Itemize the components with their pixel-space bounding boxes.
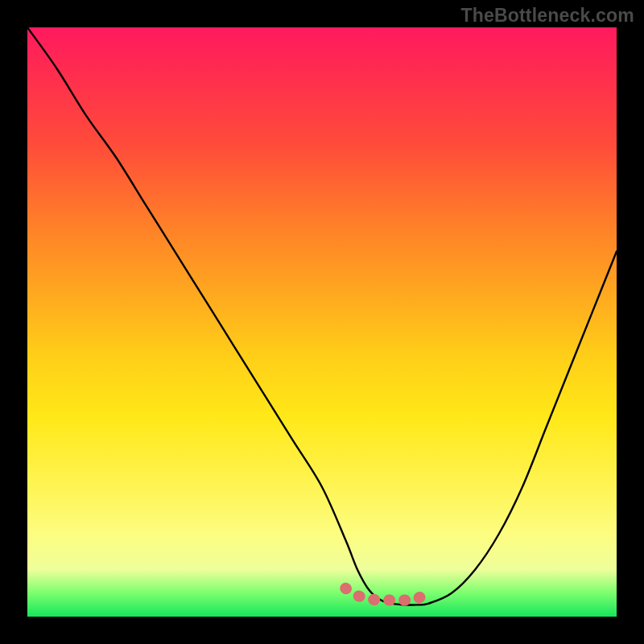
plot-area bbox=[27, 27, 617, 617]
curve-layer bbox=[27, 27, 617, 617]
highlight-band bbox=[345, 588, 427, 601]
watermark-text: TheBottleneck.com bbox=[460, 5, 634, 27]
chart-frame: TheBottleneck.com bbox=[0, 0, 644, 644]
main-curve bbox=[27, 27, 617, 605]
